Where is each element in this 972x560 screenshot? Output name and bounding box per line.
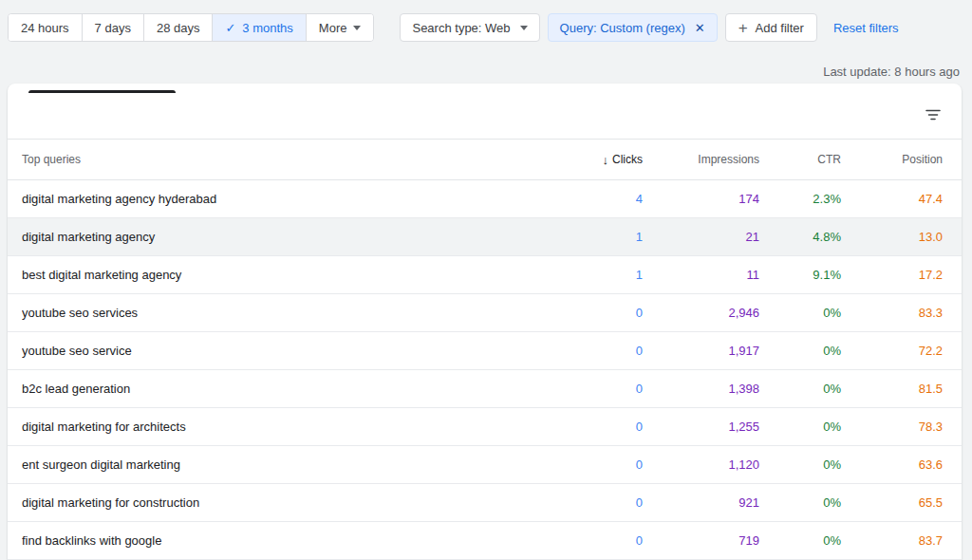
position-cell: 83.7	[841, 533, 943, 548]
impressions-cell: 719	[643, 533, 759, 548]
date-range-28-days[interactable]: 28 days	[144, 14, 214, 41]
impressions-cell: 11	[643, 268, 759, 282]
impressions-cell: 1,120	[643, 457, 759, 472]
check-icon: ✓	[225, 21, 235, 35]
chevron-down-icon	[353, 26, 361, 30]
position-cell: 78.3	[841, 420, 943, 434]
table-row[interactable]: best digital marketing agency 1 11 9.1% …	[8, 256, 962, 294]
query-cell: b2c lead generation	[22, 382, 529, 396]
date-range-label: 7 days	[95, 21, 131, 35]
search-type-label: Search type: Web	[412, 21, 510, 35]
plus-icon: +	[738, 20, 748, 36]
table-row[interactable]: digital marketing for architects 0 1,255…	[8, 408, 962, 446]
date-range-group: 24 hours 7 days 28 days ✓ 3 months More	[8, 13, 374, 42]
query-cell: youtube seo service	[22, 344, 529, 358]
date-range-3-months[interactable]: ✓ 3 months	[213, 14, 306, 41]
column-header-position[interactable]: Position	[841, 153, 943, 166]
last-update-text: Last update: 8 hours ago	[823, 65, 960, 79]
table-row[interactable]: find backlinks with google 0 719 0% 83.7	[8, 522, 962, 560]
filter-icon	[925, 106, 942, 123]
ctr-cell: 4.8%	[759, 230, 841, 244]
search-type-dropdown[interactable]: Search type: Web	[400, 13, 539, 42]
clicks-cell: 0	[529, 306, 643, 320]
query-cell: digital marketing agency	[22, 230, 529, 244]
clicks-cell: 1	[529, 268, 643, 282]
position-cell: 65.5	[841, 495, 943, 510]
query-filter-label: Query: Custom (regex)	[560, 21, 685, 35]
impressions-cell: 174	[643, 192, 759, 206]
table-row[interactable]: b2c lead generation 0 1,398 0% 81.5	[8, 370, 962, 408]
query-cell: digital marketing for construction	[22, 495, 529, 510]
ctr-cell: 0%	[759, 344, 841, 358]
query-filter-chip[interactable]: Query: Custom (regex) ✕	[548, 13, 718, 42]
impressions-cell: 1,398	[643, 382, 759, 396]
query-cell: digital marketing agency hyderabad	[22, 192, 529, 206]
position-cell: 63.6	[841, 457, 943, 472]
add-filter-button[interactable]: + Add filter	[725, 13, 817, 42]
table-row[interactable]: youtube seo service 0 1,917 0% 72.2	[8, 332, 962, 370]
impressions-cell: 1,917	[643, 344, 759, 358]
position-cell: 47.4	[841, 192, 943, 206]
results-card: Top queries ↓ Clicks Impressions CTR Pos…	[8, 84, 962, 560]
clicks-cell: 0	[529, 344, 643, 358]
clicks-cell: 0	[529, 382, 643, 396]
query-cell: ent surgeon digital marketing	[22, 457, 529, 472]
position-cell: 81.5	[841, 382, 943, 396]
table-row[interactable]: digital marketing agency 1 21 4.8% 13.0	[8, 218, 962, 256]
clicks-cell: 4	[529, 192, 643, 206]
clicks-cell: 0	[529, 457, 643, 472]
filter-toolbar: 24 hours 7 days 28 days ✓ 3 months More …	[8, 13, 899, 42]
impressions-cell: 1,255	[643, 420, 759, 434]
ctr-cell: 0%	[759, 306, 841, 320]
table-row[interactable]: digital marketing for construction 0 921…	[8, 484, 962, 522]
position-cell: 17.2	[841, 268, 943, 282]
ctr-cell: 0%	[759, 457, 841, 472]
query-cell: find backlinks with google	[22, 533, 529, 548]
date-range-label: 24 hours	[21, 21, 69, 35]
position-cell: 13.0	[841, 230, 943, 244]
position-cell: 83.3	[841, 306, 943, 320]
column-header-impressions[interactable]: Impressions	[643, 153, 759, 166]
sort-descending-icon: ↓	[603, 153, 609, 167]
query-cell: digital marketing for architects	[22, 420, 529, 434]
date-range-label: 28 days	[157, 21, 200, 35]
clicks-cell: 0	[529, 495, 643, 510]
ctr-cell: 0%	[759, 382, 841, 396]
more-button[interactable]: More	[307, 14, 374, 41]
close-icon[interactable]: ✕	[695, 21, 705, 35]
active-tab-indicator	[28, 90, 176, 93]
ctr-cell: 9.1%	[759, 268, 841, 282]
ctr-cell: 2.3%	[759, 192, 841, 206]
impressions-cell: 2,946	[643, 306, 759, 320]
add-filter-label: Add filter	[756, 21, 804, 35]
impressions-cell: 921	[643, 495, 759, 510]
query-cell: best digital marketing agency	[22, 268, 529, 282]
more-label: More	[319, 21, 347, 35]
query-cell: youtube seo services	[22, 306, 529, 320]
ctr-cell: 0%	[759, 533, 841, 548]
column-header-top-queries[interactable]: Top queries	[22, 153, 529, 166]
column-header-clicks[interactable]: ↓ Clicks	[529, 153, 643, 167]
table-row[interactable]: digital marketing agency hyderabad 4 174…	[8, 180, 962, 218]
date-range-label: 3 months	[242, 21, 292, 35]
column-header-ctr[interactable]: CTR	[759, 153, 841, 166]
clicks-cell: 1	[529, 230, 643, 244]
clicks-cell: 0	[529, 533, 643, 548]
clicks-cell: 0	[529, 420, 643, 434]
table-body: digital marketing agency hyderabad 4 174…	[8, 180, 962, 560]
table-row[interactable]: youtube seo services 0 2,946 0% 83.3	[8, 294, 962, 332]
table-filter-button[interactable]	[922, 103, 944, 126]
clicks-header-label: Clicks	[612, 153, 643, 166]
table-row[interactable]: ent surgeon digital marketing 0 1,120 0%…	[8, 446, 962, 484]
reset-filters-link[interactable]: Reset filters	[833, 21, 899, 35]
chevron-down-icon	[520, 26, 528, 30]
ctr-cell: 0%	[759, 495, 841, 510]
table-header: Top queries ↓ Clicks Impressions CTR Pos…	[8, 139, 962, 180]
date-range-7-days[interactable]: 7 days	[83, 14, 144, 41]
date-range-24-hours[interactable]: 24 hours	[9, 14, 83, 41]
impressions-cell: 21	[643, 230, 759, 244]
ctr-cell: 0%	[759, 420, 841, 434]
position-cell: 72.2	[841, 344, 943, 358]
